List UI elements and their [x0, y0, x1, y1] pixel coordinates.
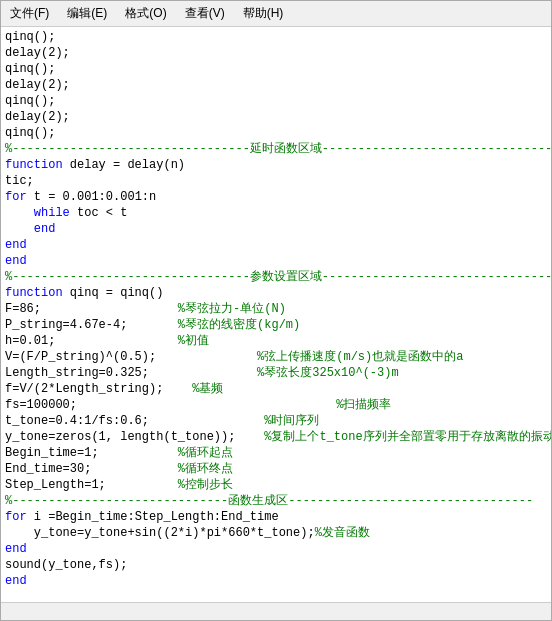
code-line: function delay = delay(n) [5, 157, 551, 173]
code-line: Length_string=0.325; %琴弦长度325x10^(-3)m [5, 365, 551, 381]
code-line: y_tone=zeros(1, length(t_tone)); %复制上个t_… [5, 429, 551, 445]
status-text [7, 606, 10, 618]
code-line: for t = 0.001:0.001:n [5, 189, 551, 205]
code-line: %------------------------------函数生成区----… [5, 493, 551, 509]
code-line: F=86; %琴弦拉力-单位(N) [5, 301, 551, 317]
menu-file[interactable]: 文件(F) [7, 4, 52, 23]
code-line: delay(2); [5, 109, 551, 125]
code-line: qinq(); [5, 61, 551, 77]
code-line: end [5, 253, 551, 269]
code-line: %---------------------------------参数设置区域… [5, 269, 551, 285]
menubar[interactable]: 文件(F) 编辑(E) 格式(O) 查看(V) 帮助(H) [1, 1, 551, 27]
code-line: end [5, 221, 551, 237]
code-line: y_tone=y_tone+sin((2*i)*pi*660*t_tone);%… [5, 525, 551, 541]
code-container: qinq();delay(2);qinq();delay(2);qinq();d… [1, 29, 551, 589]
code-line: %---------------------------------延时函数区域… [5, 141, 551, 157]
code-line: fs=100000; %扫描频率 [5, 397, 551, 413]
code-line: Step_Length=1; %控制步长 [5, 477, 551, 493]
statusbar [1, 602, 551, 620]
code-line: qinq(); [5, 125, 551, 141]
code-line: h=0.01; %初值 [5, 333, 551, 349]
main-window: 文件(F) 编辑(E) 格式(O) 查看(V) 帮助(H) qinq();del… [0, 0, 552, 621]
code-line: end [5, 541, 551, 557]
code-line: P_string=4.67e-4; %琴弦的线密度(kg/m) [5, 317, 551, 333]
code-line: end [5, 237, 551, 253]
code-line: qinq(); [5, 93, 551, 109]
code-line: qinq(); [5, 29, 551, 45]
code-line: f=V/(2*Length_string); %基频 [5, 381, 551, 397]
code-line: end [5, 573, 551, 589]
code-line: delay(2); [5, 45, 551, 61]
menu-view[interactable]: 查看(V) [182, 4, 228, 23]
code-line: tic; [5, 173, 551, 189]
menu-help[interactable]: 帮助(H) [240, 4, 287, 23]
code-line: delay(2); [5, 77, 551, 93]
menu-format[interactable]: 格式(O) [122, 4, 169, 23]
code-line: sound(y_tone,fs); [5, 557, 551, 573]
code-line: function qinq = qinq() [5, 285, 551, 301]
editor-area[interactable]: qinq();delay(2);qinq();delay(2);qinq();d… [1, 27, 551, 602]
code-line: t_tone=0.4:1/fs:0.6; %时间序列 [5, 413, 551, 429]
menu-edit[interactable]: 编辑(E) [64, 4, 110, 23]
code-line: V=(F/P_string)^(0.5); %弦上传播速度(m/s)也就是函数中… [5, 349, 551, 365]
code-line: End_time=30; %循环终点 [5, 461, 551, 477]
code-line: Begin_time=1; %循环起点 [5, 445, 551, 461]
code-line: while toc < t [5, 205, 551, 221]
code-line: for i =Begin_time:Step_Length:End_time [5, 509, 551, 525]
